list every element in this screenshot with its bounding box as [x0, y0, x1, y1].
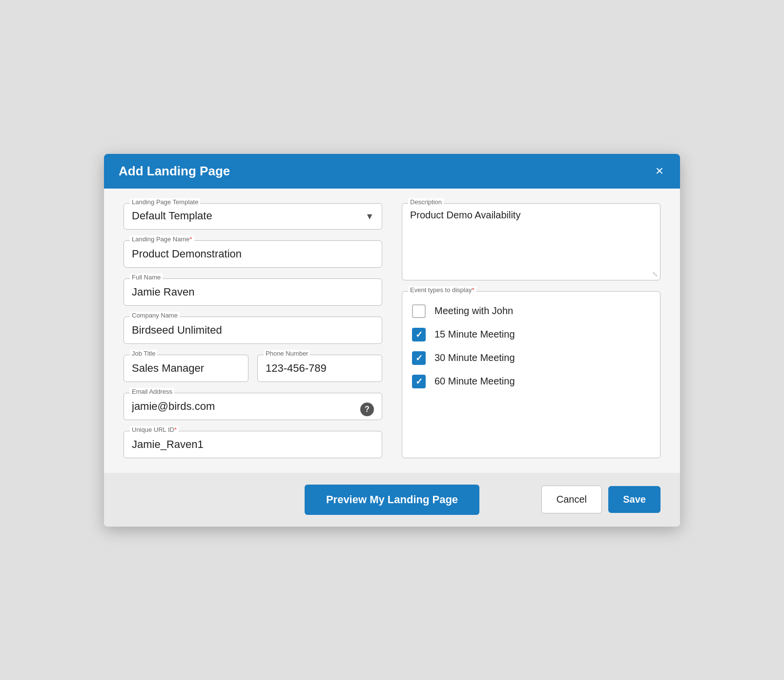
description-label: Description	[408, 198, 444, 206]
event-checkbox-2[interactable]	[412, 351, 426, 365]
email-field: Email Address ?	[124, 393, 382, 420]
job-phone-row: Job Title Phone Number	[124, 355, 382, 382]
add-landing-page-dialog: Add Landing Page × Landing Page Template…	[104, 154, 680, 527]
event-checkbox-1[interactable]	[412, 328, 426, 341]
phone-input[interactable]	[266, 361, 374, 375]
dialog-footer: Preview My Landing Page Cancel Save	[104, 473, 680, 527]
email-input[interactable]	[132, 399, 374, 413]
close-button[interactable]: ×	[654, 164, 665, 178]
preview-button[interactable]: Preview My Landing Page	[305, 485, 479, 515]
events-label: Event types to display*	[408, 286, 476, 294]
template-value: Default Template	[132, 209, 212, 222]
job-title-label: Job Title	[130, 350, 157, 357]
save-button[interactable]: Save	[608, 486, 660, 513]
dialog-title: Add Landing Page	[119, 164, 230, 179]
company-label: Company Name	[130, 312, 180, 319]
email-label: Email Address	[130, 388, 174, 395]
phone-label: Phone Number	[264, 350, 310, 357]
dialog-body: Landing Page Template Default Template ▼…	[104, 189, 680, 473]
event-item: Meeting with John	[412, 299, 650, 323]
landing-page-name-field: Landing Page Name*	[124, 240, 382, 268]
name-label: Landing Page Name*	[130, 235, 194, 243]
company-input[interactable]	[132, 323, 374, 337]
event-checkbox-0[interactable]	[412, 304, 426, 318]
company-name-field: Company Name	[124, 317, 382, 344]
event-name-0: Meeting with John	[434, 305, 513, 317]
description-input[interactable]	[410, 210, 652, 273]
events-field: Event types to display* Meeting with Joh…	[402, 291, 660, 458]
job-title-field: Job Title	[124, 355, 248, 382]
full-name-label: Full Name	[130, 274, 163, 281]
template-label: Landing Page Template	[130, 198, 200, 206]
job-title-input[interactable]	[132, 361, 240, 375]
event-item: 30 Minute Meeting	[412, 346, 650, 370]
event-item: 60 Minute Meeting	[412, 370, 650, 393]
full-name-input[interactable]	[132, 285, 374, 298]
url-id-field: Unique URL ID*	[124, 431, 382, 458]
right-column: Description ⤡ Event types to display* Me…	[402, 203, 660, 458]
dropdown-arrow-icon[interactable]: ▼	[365, 211, 374, 221]
help-icon[interactable]: ?	[360, 403, 374, 416]
cancel-button[interactable]: Cancel	[541, 486, 602, 513]
left-column: Landing Page Template Default Template ▼…	[124, 203, 382, 458]
event-item: 15 Minute Meeting	[412, 323, 650, 346]
resize-handle-icon: ⤡	[652, 270, 658, 278]
event-name-2: 30 Minute Meeting	[434, 352, 515, 363]
name-input[interactable]	[132, 247, 374, 260]
dialog-header: Add Landing Page ×	[104, 154, 680, 189]
event-name-1: 15 Minute Meeting	[434, 329, 515, 340]
url-input[interactable]	[132, 437, 374, 451]
template-field: Landing Page Template Default Template ▼	[124, 203, 382, 230]
event-name-3: 60 Minute Meeting	[434, 376, 515, 387]
event-checkbox-3[interactable]	[412, 375, 426, 388]
full-name-field: Full Name	[124, 278, 382, 306]
phone-field: Phone Number	[257, 355, 382, 382]
description-field: Description ⤡	[402, 203, 660, 280]
url-label: Unique URL ID*	[130, 426, 179, 433]
